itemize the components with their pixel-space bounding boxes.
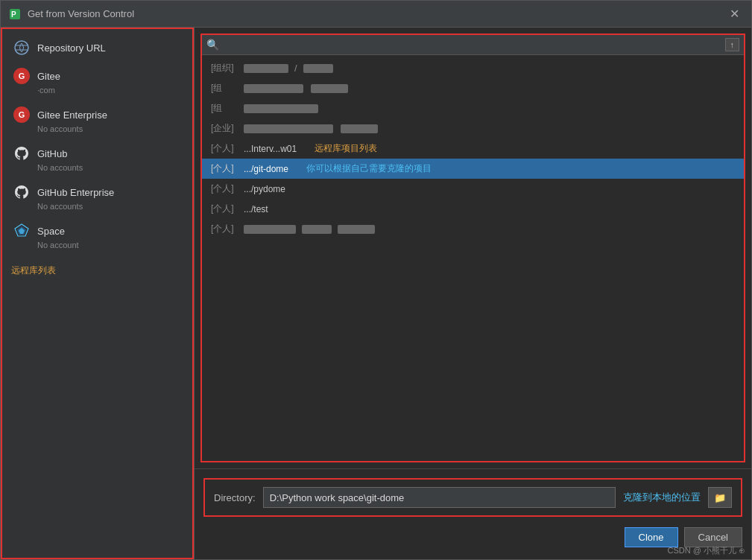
repo-tag: [个人]	[211, 142, 241, 155]
sidebar-item-gitee-sub: ·com	[37, 86, 183, 95]
sidebar-item-gitee-header: G Gitee	[13, 68, 183, 84]
sidebar-item-gitee-name: Gitee	[37, 71, 60, 82]
sidebar-item-github-enterprise-name: GitHub Enterprise	[37, 187, 114, 198]
sidebar-item-github-enterprise[interactable]: GitHub Enterprise No accounts	[1, 178, 194, 217]
repo-blurred	[244, 64, 288, 73]
sidebar-item-repo-url[interactable]: Repository URL	[1, 34, 194, 62]
sidebar: Repository URL G Gitee ·com G	[1, 28, 195, 559]
repo-list-area: 🔍 ↑ [组织] / [组	[200, 34, 745, 462]
table-row[interactable]: [个人] .../test	[202, 199, 744, 219]
browse-button[interactable]: 📁	[708, 487, 732, 508]
repo-tag: [个人]	[211, 182, 241, 195]
search-input[interactable]	[222, 39, 722, 51]
directory-input[interactable]	[263, 487, 616, 508]
titlebar: P Get from Version Control ✕	[1, 1, 751, 28]
repo-tag: [组织]	[211, 62, 241, 74]
repo-tag: [组	[211, 82, 241, 95]
sidebar-item-github-enterprise-header: GitHub Enterprise	[13, 184, 183, 200]
repo-tag: [组	[211, 102, 241, 115]
main-content: Repository URL G Gitee ·com G	[1, 28, 751, 559]
repo-url-icon	[13, 39, 30, 56]
app-icon: P	[8, 7, 22, 21]
repo-blurred	[302, 225, 332, 234]
sidebar-item-gitee-enterprise-name: Gitee Enterprise	[37, 109, 107, 121]
sidebar-item-space-name: Space	[37, 226, 65, 237]
sidebar-item-space[interactable]: Space No account	[1, 217, 194, 255]
sidebar-item-space-sub: No account	[37, 241, 183, 249]
table-row[interactable]: [个人]	[202, 219, 744, 239]
repo-list: [组织] / [组 [组	[202, 55, 744, 461]
sidebar-annotation: 远程库列表	[1, 255, 194, 281]
repo-select-annotation: 你可以根据自己需要克隆的项目	[306, 162, 432, 175]
table-row[interactable]: [个人] .../git-dome 你可以根据自己需要克隆的项目	[202, 159, 744, 179]
svg-text:P: P	[11, 10, 16, 19]
table-row[interactable]: [个人] .../pydome	[202, 179, 744, 199]
right-panel: 🔍 ↑ [组织] / [组	[195, 28, 751, 559]
sidebar-item-space-header: Space	[13, 223, 183, 239]
bottom-panel: Directory: 克隆到本地的位置 📁 Clone Cancel	[195, 468, 751, 559]
github-enterprise-icon	[13, 184, 30, 200]
repo-name: .../test	[244, 204, 268, 214]
repo-blurred	[341, 124, 378, 133]
sidebar-item-gitee-enterprise[interactable]: G Gitee Enterprise No accounts	[1, 101, 194, 139]
repo-name: ...Interv...w01	[244, 144, 297, 154]
sidebar-item-github-header: GitHub	[13, 145, 183, 162]
repo-blurred	[338, 225, 375, 234]
cancel-button[interactable]: Cancel	[684, 527, 742, 547]
repo-blurred	[303, 64, 333, 73]
repo-name: .../git-dome	[244, 164, 288, 174]
sidebar-item-gitee-enterprise-header: G Gitee Enterprise	[13, 106, 183, 123]
repo-blurred	[311, 84, 348, 93]
sidebar-item-repo-url-header: Repository URL	[13, 39, 183, 56]
search-bar: 🔍 ↑	[202, 35, 744, 55]
github-icon	[13, 145, 30, 162]
space-icon	[13, 223, 30, 239]
sidebar-item-github[interactable]: GitHub No accounts	[1, 139, 194, 178]
search-button[interactable]: ↑	[725, 38, 740, 51]
table-row[interactable]: [组织] /	[202, 58, 744, 78]
repo-tag: [个人]	[211, 223, 241, 235]
repo-blurred	[244, 104, 318, 113]
directory-annotation: 克隆到本地的位置	[623, 491, 701, 504]
table-row[interactable]: [企业]	[202, 118, 744, 139]
action-buttons: Clone Cancel	[203, 527, 742, 547]
dialog-title: Get from Version Control	[28, 8, 134, 19]
repo-blurred	[244, 124, 333, 133]
directory-row: Directory: 克隆到本地的位置 📁	[203, 478, 742, 517]
sidebar-item-gitee-enterprise-sub: No accounts	[37, 124, 183, 133]
gitee-enterprise-icon: G	[13, 106, 30, 123]
sidebar-item-github-name: GitHub	[37, 148, 67, 159]
gitee-icon: G	[13, 68, 30, 84]
sidebar-item-github-enterprise-sub: No accounts	[37, 202, 183, 211]
table-row[interactable]: [组	[202, 98, 744, 118]
repo-blurred	[244, 225, 296, 234]
repo-tag: [企业]	[211, 122, 241, 135]
repo-name: .../pydome	[244, 184, 285, 194]
repo-tag: [个人]	[211, 162, 241, 175]
search-icon: 🔍	[206, 39, 219, 51]
repo-blurred	[244, 84, 303, 93]
sidebar-item-github-sub: No accounts	[37, 163, 183, 172]
repo-tag: [个人]	[211, 203, 241, 215]
sidebar-item-repo-url-name: Repository URL	[37, 42, 106, 54]
repo-list-annotation: 远程库项目列表	[315, 142, 377, 155]
table-row[interactable]: [组	[202, 78, 744, 98]
sidebar-item-gitee[interactable]: G Gitee ·com	[1, 62, 194, 101]
directory-label: Directory:	[214, 492, 256, 503]
close-button[interactable]: ✕	[725, 5, 744, 22]
dialog: P Get from Version Control ✕	[0, 0, 752, 560]
table-row[interactable]: [个人] ...Interv...w01 远程库项目列表	[202, 139, 744, 159]
clone-button[interactable]: Clone	[625, 527, 678, 547]
